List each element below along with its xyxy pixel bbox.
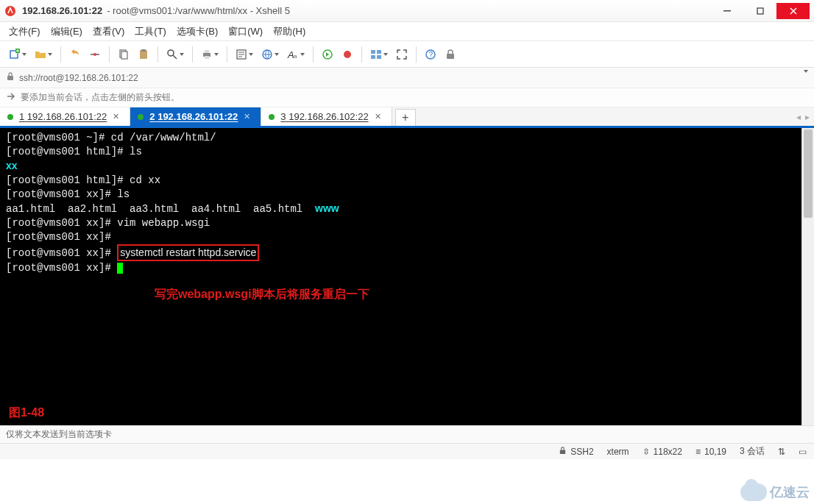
new-tab-button[interactable]: + <box>395 109 416 126</box>
status-expand-icon[interactable]: ▭ <box>799 447 807 457</box>
window-title-sub-text: root@vms001:/var/www/html/xx - Xshell 5 <box>113 5 290 16</box>
status-bar: SSH2 xterm ⇳ 118x22 ≡ 10,19 3 会话 ⇅ ▭ <box>0 443 814 459</box>
tab-2[interactable]: 2 192.168.26.101:22 ✕ <box>130 107 261 126</box>
figure-label: 图1-48 <box>9 405 44 419</box>
status-protocol: SSH2 <box>559 447 593 457</box>
tab-label: 1 192.168.26.101:22 <box>19 111 107 122</box>
svg-rect-26 <box>447 54 454 59</box>
tab-label: 2 192.168.26.101:22 <box>149 111 238 122</box>
svg-rect-21 <box>377 50 381 54</box>
properties-button[interactable] <box>233 45 256 64</box>
script-button[interactable] <box>319 45 336 64</box>
menu-edit[interactable]: 编辑(E) <box>51 25 82 38</box>
tab-1[interactable]: 1 192.168.26.101:22 ✕ <box>0 107 130 126</box>
svg-rect-2 <box>757 8 763 14</box>
send-bar-text: 仅将文本发送到当前选项卡 <box>6 428 112 441</box>
maximize-button[interactable] <box>743 3 776 19</box>
app-icon <box>4 5 16 17</box>
status-dot-icon <box>7 114 13 120</box>
tab-close-icon[interactable]: ✕ <box>244 112 250 121</box>
hint-bar: 要添加当前会话，点击左侧的箭头按钮。 <box>0 88 814 107</box>
send-bar[interactable]: 仅将文本发送到当前选项卡 <box>0 425 814 443</box>
open-button[interactable] <box>32 45 55 64</box>
status-dot-icon <box>269 114 275 120</box>
tab-nav: ◂ ▸ <box>792 107 814 126</box>
record-button[interactable] <box>339 45 356 64</box>
svg-point-5 <box>93 53 96 56</box>
watermark: 亿速云 <box>740 483 810 501</box>
svg-text:?: ? <box>429 51 433 59</box>
tab-prev-icon[interactable]: ◂ <box>796 112 801 122</box>
add-session-arrow-icon[interactable] <box>6 91 16 104</box>
watermark-text: 亿速云 <box>770 483 810 501</box>
tab-close-icon[interactable]: ✕ <box>375 112 381 121</box>
svg-rect-9 <box>141 49 146 52</box>
reconnect-button[interactable] <box>66 45 84 64</box>
cloud-icon <box>740 483 767 501</box>
svg-rect-1 <box>723 10 731 12</box>
svg-point-10 <box>168 50 174 56</box>
svg-point-19 <box>344 51 351 58</box>
titlebar: 192.168.26.101:22 - root@vms001:/var/www… <box>0 0 814 22</box>
svg-rect-7 <box>121 52 127 59</box>
lock-icon <box>6 72 15 83</box>
fullscreen-button[interactable] <box>393 45 411 64</box>
find-button[interactable] <box>163 45 187 64</box>
menubar: 文件(F) 编辑(E) 查看(V) 工具(T) 选项卡(B) 窗口(W) 帮助(… <box>0 22 814 41</box>
scrollbar-thumb[interactable] <box>804 129 813 218</box>
tab-3[interactable]: 3 192.168.26.102:22 ✕ <box>261 107 392 126</box>
status-cursor: ≡ 10,19 <box>696 447 726 457</box>
help-button[interactable]: ? <box>422 45 439 64</box>
minimize-button[interactable] <box>710 3 743 19</box>
svg-rect-23 <box>377 55 381 59</box>
svg-rect-20 <box>371 50 375 54</box>
svg-rect-28 <box>560 450 565 454</box>
menu-help[interactable]: 帮助(H) <box>273 25 305 38</box>
tab-close-icon[interactable]: ✕ <box>113 112 119 121</box>
copy-button[interactable] <box>115 45 132 64</box>
address-bar[interactable]: ssh://root@192.168.26.101:22 <box>0 68 814 88</box>
hint-text: 要添加当前会话，点击左侧的箭头按钮。 <box>21 91 180 104</box>
tab-strip: 1 192.168.26.101:22 ✕ 2 192.168.26.101:2… <box>0 107 814 128</box>
svg-rect-13 <box>205 56 209 59</box>
status-updown-icon[interactable]: ⇅ <box>778 447 785 457</box>
disconnect-button[interactable] <box>86 45 104 64</box>
menu-window[interactable]: 窗口(W) <box>228 25 263 38</box>
print-button[interactable] <box>198 45 222 64</box>
font-button[interactable]: Aa <box>284 45 308 64</box>
menu-tools[interactable]: 工具(T) <box>135 25 166 38</box>
window-title-sub: - root@vms001:/var/www/html/xx - Xshell … <box>107 5 290 16</box>
status-term: xterm <box>607 447 629 457</box>
tab-label: 3 192.168.26.102:22 <box>280 111 368 122</box>
toolbar: Aa ? <box>0 41 814 68</box>
session-manager-button[interactable] <box>367 45 391 64</box>
terminal[interactable]: [root@vms001 ~]# cd /var/www/html/ [root… <box>0 128 801 425</box>
svg-text:a: a <box>294 53 297 60</box>
paste-button[interactable] <box>135 45 152 64</box>
annotation-note: 写完webapp.wsgi脚本后将服务重启一下 <box>155 287 369 301</box>
window-title-main: 192.168.26.101:22 <box>22 5 102 16</box>
lock-session-button[interactable] <box>442 45 459 64</box>
address-dropdown-icon[interactable] <box>802 73 808 83</box>
scrollbar[interactable] <box>801 128 814 425</box>
svg-rect-27 <box>7 76 13 80</box>
new-session-button[interactable] <box>6 45 29 64</box>
address-text: ssh://root@192.168.26.101:22 <box>19 73 138 83</box>
status-size: ⇳ 118x22 <box>643 447 682 457</box>
menu-view[interactable]: 查看(V) <box>93 25 124 38</box>
svg-rect-22 <box>371 55 375 59</box>
status-sessions: 3 会话 <box>740 445 765 458</box>
status-dot-icon <box>138 114 144 120</box>
close-button[interactable] <box>776 3 810 19</box>
menu-file[interactable]: 文件(F) <box>9 25 40 38</box>
menu-tabs[interactable]: 选项卡(B) <box>177 25 218 38</box>
window-buttons <box>710 3 810 19</box>
svg-rect-12 <box>205 50 209 53</box>
lock-icon <box>559 447 567 457</box>
tab-next-icon[interactable]: ▸ <box>805 112 810 122</box>
language-button[interactable] <box>258 45 282 64</box>
terminal-area: [root@vms001 ~]# cd /var/www/html/ [root… <box>0 128 814 425</box>
